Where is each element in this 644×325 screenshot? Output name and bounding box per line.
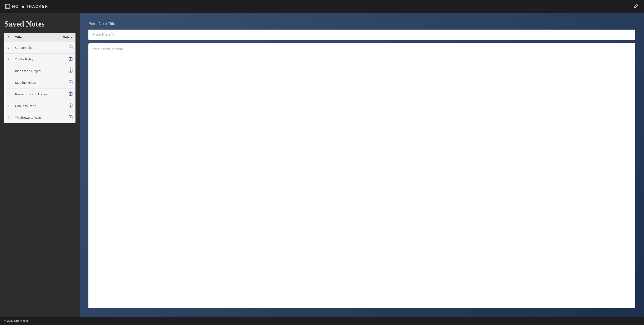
row-number: 5 — [4, 89, 13, 100]
row-number: 3 — [4, 65, 13, 77]
row-delete-cell — [58, 100, 76, 112]
app-title-area: NOTE TRACKER — [5, 4, 48, 9]
saved-notes-title: Saved Notes — [4, 20, 76, 29]
footer-author: Erin Keller — [14, 319, 28, 322]
row-title: To-Do Today — [13, 54, 58, 65]
col-title: Title — [13, 33, 58, 42]
row-title: Ideas for a Project — [13, 65, 58, 77]
row-title: Books to Read — [13, 100, 58, 112]
main-content: Saved Notes # Title Delete 1Grocery List… — [0, 13, 644, 316]
notes-tbody: 1Grocery List 2To-Do Today 3Ideas for a … — [4, 42, 76, 123]
row-delete-cell — [58, 112, 76, 123]
row-number: 2 — [4, 54, 13, 65]
table-row[interactable]: 3Ideas for a Project — [4, 65, 76, 77]
delete-button[interactable] — [68, 57, 72, 62]
note-title-input[interactable] — [88, 30, 635, 40]
table-row[interactable]: 4Meeting Notes — [4, 77, 76, 89]
row-delete-cell — [58, 42, 76, 54]
row-title: Grocery List — [13, 42, 58, 54]
row-delete-cell — [58, 77, 76, 89]
delete-button[interactable] — [68, 103, 72, 109]
row-delete-cell — [58, 54, 76, 65]
delete-button[interactable] — [68, 45, 72, 50]
table-row[interactable]: 5Passwords and Logins — [4, 89, 76, 100]
col-delete: Delete — [58, 33, 76, 42]
footer: © 2023 Erin Keller — [0, 316, 644, 325]
row-delete-cell — [58, 65, 76, 77]
row-title: Meeting Notes — [13, 77, 58, 89]
footer-copyright: © 2023 — [4, 319, 13, 322]
sidebar: Saved Notes # Title Delete 1Grocery List… — [0, 13, 80, 316]
delete-button[interactable] — [68, 80, 72, 85]
delete-button[interactable] — [68, 92, 72, 97]
note-details-textarea[interactable] — [88, 43, 635, 308]
table-row[interactable]: 2To-Do Today — [4, 54, 76, 65]
row-delete-cell — [58, 89, 76, 100]
row-number: 7 — [4, 112, 13, 123]
col-number: # — [4, 33, 13, 42]
table-row[interactable]: 1Grocery List — [4, 42, 76, 54]
table-row[interactable]: 6Books to Read — [4, 100, 76, 112]
svg-rect-0 — [6, 5, 9, 8]
table-row[interactable]: 7TV Shows to Watch — [4, 112, 76, 123]
row-title: Passwords and Logins — [13, 89, 58, 100]
row-title: TV Shows to Watch — [13, 112, 58, 123]
delete-button[interactable] — [68, 68, 72, 74]
edit-icon[interactable] — [633, 3, 639, 10]
row-number: 6 — [4, 100, 13, 112]
right-panel: Enter Note Title — [80, 13, 644, 316]
app-title: NOTE TRACKER — [12, 4, 48, 9]
row-number: 4 — [4, 77, 13, 89]
notes-table: # Title Delete 1Grocery List 2To-Do Toda… — [4, 33, 76, 123]
delete-button[interactable] — [68, 115, 72, 120]
row-number: 1 — [4, 42, 13, 54]
note-title-label: Enter Note Title — [88, 22, 635, 26]
top-bar: NOTE TRACKER — [0, 0, 644, 13]
app-icon — [5, 4, 10, 9]
